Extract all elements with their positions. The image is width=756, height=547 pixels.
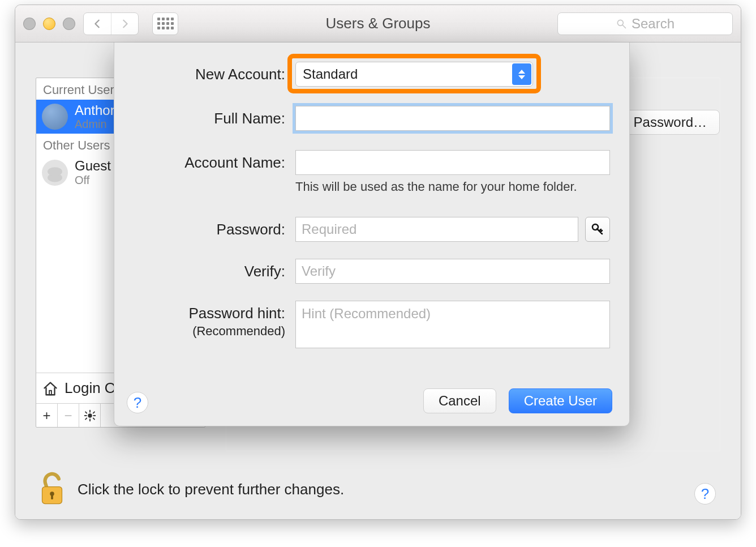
- svg-rect-8: [84, 411, 87, 414]
- svg-line-1: [622, 25, 625, 28]
- window-help-button[interactable]: ?: [694, 483, 716, 505]
- account-name-label: Account Name:: [134, 150, 285, 172]
- chevron-up-down-icon: [512, 63, 531, 85]
- svg-rect-9: [92, 417, 95, 420]
- unlocked-padlock-icon[interactable]: [38, 471, 66, 508]
- account-name-field[interactable]: [295, 150, 610, 175]
- house-icon: [42, 380, 59, 397]
- sidebar-settings-button[interactable]: [79, 404, 101, 427]
- svg-rect-11: [92, 411, 95, 414]
- users-and-groups-window: Users & Groups Search Current User Antho…: [15, 5, 741, 520]
- svg-rect-16: [51, 494, 53, 499]
- key-icon: [591, 223, 604, 236]
- question-icon: ?: [701, 485, 709, 503]
- password-hint-label: Password hint: (Recommended): [134, 301, 285, 339]
- full-name-field[interactable]: [295, 106, 610, 131]
- password-assistant-button[interactable]: [585, 217, 610, 242]
- minimize-window-button[interactable]: [43, 18, 55, 30]
- forward-button[interactable]: [111, 13, 138, 35]
- lock-text: Click the lock to prevent further change…: [78, 481, 344, 498]
- show-all-preferences-button[interactable]: [152, 12, 178, 35]
- svg-rect-6: [84, 415, 87, 416]
- close-window-button[interactable]: [23, 18, 36, 30]
- search-icon: [616, 18, 627, 29]
- verify-password-field[interactable]: [295, 259, 610, 284]
- gear-icon: [84, 409, 96, 422]
- search-input[interactable]: Search: [557, 12, 733, 35]
- remove-user-button: −: [58, 404, 79, 427]
- window-controls: [23, 18, 75, 30]
- grid-icon: [157, 18, 174, 29]
- svg-rect-4: [89, 409, 91, 412]
- question-icon: ?: [134, 394, 141, 412]
- svg-rect-5: [89, 418, 91, 421]
- back-button[interactable]: [84, 13, 111, 35]
- password-label: Password:: [134, 217, 285, 238]
- avatar-icon: [42, 160, 68, 186]
- account-name-hint: This will be used as the name for your h…: [295, 180, 577, 194]
- help-button[interactable]: ?: [127, 392, 148, 413]
- lock-area: Click the lock to prevent further change…: [38, 471, 690, 508]
- new-account-type-value: Standard: [303, 66, 358, 82]
- avatar-icon: [42, 104, 68, 130]
- password-hint-field[interactable]: [295, 301, 610, 348]
- svg-point-3: [88, 413, 92, 417]
- new-account-sheet: New Account: Standard Full Name:: [114, 42, 630, 426]
- svg-rect-10: [84, 417, 87, 420]
- add-user-button[interactable]: +: [36, 404, 58, 427]
- nav-back-forward: [83, 12, 139, 35]
- zoom-window-button[interactable]: [63, 18, 75, 30]
- new-account-type-popup[interactable]: Standard: [295, 62, 533, 87]
- svg-point-0: [617, 20, 623, 25]
- svg-rect-7: [93, 415, 96, 416]
- full-name-label: Full Name:: [134, 106, 285, 127]
- window-body: Current User Anthony Admin Other Users G…: [15, 42, 741, 519]
- search-placeholder: Search: [632, 16, 675, 32]
- new-account-label: New Account:: [134, 62, 285, 83]
- create-user-button[interactable]: Create User: [509, 388, 612, 413]
- sheet-buttons: Cancel Create User: [423, 388, 612, 413]
- verify-label: Verify:: [134, 259, 285, 280]
- titlebar: Users & Groups Search: [15, 5, 741, 42]
- cancel-button[interactable]: Cancel: [423, 388, 496, 413]
- password-field[interactable]: [295, 217, 578, 242]
